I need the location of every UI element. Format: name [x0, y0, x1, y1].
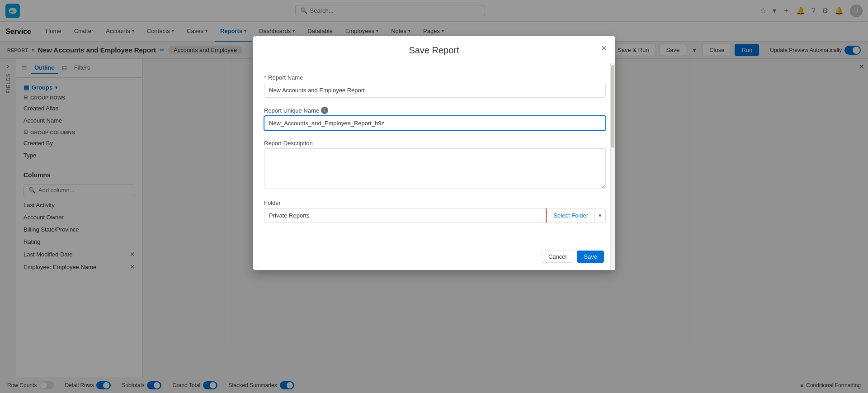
report-name-input[interactable] — [264, 83, 606, 98]
report-unique-name-group: Report Unique Name i — [264, 107, 606, 131]
modal-cancel-button[interactable]: Cancel — [542, 251, 573, 263]
required-star: * — [264, 74, 266, 81]
folder-group: Folder Private Reports Select Folder ▾ — [264, 199, 606, 223]
folder-value: Private Reports — [264, 208, 547, 223]
report-description-input[interactable] — [264, 148, 606, 189]
report-description-label: Report Description — [264, 140, 606, 147]
report-unique-name-label: Report Unique Name i — [264, 107, 606, 114]
modal-save-button[interactable]: Save — [577, 251, 604, 263]
report-description-group: Report Description — [264, 140, 606, 190]
folder-row: Private Reports Select Folder ▾ — [264, 208, 606, 223]
report-name-label: * Report Name — [264, 74, 606, 81]
modal-footer: Cancel Save — [253, 243, 615, 270]
modal-close-button[interactable]: × — [601, 43, 607, 54]
folder-label: Folder — [264, 199, 606, 206]
report-name-group: * Report Name — [264, 74, 606, 98]
folder-dropdown-button[interactable]: ▾ — [594, 208, 605, 223]
modal-body: * Report Name Report Unique Name i Repor… — [253, 63, 615, 243]
select-folder-button[interactable]: Select Folder — [547, 208, 594, 223]
modal-header: Save Report × — [253, 36, 615, 63]
save-report-modal: Save Report × * Report Name Report Uniqu… — [253, 36, 615, 270]
unique-name-info-icon[interactable]: i — [321, 107, 328, 114]
modal-title: Save Report — [264, 45, 604, 56]
report-unique-name-input[interactable] — [264, 116, 606, 131]
modal-overlay: Save Report × * Report Name Report Uniqu… — [0, 0, 868, 393]
